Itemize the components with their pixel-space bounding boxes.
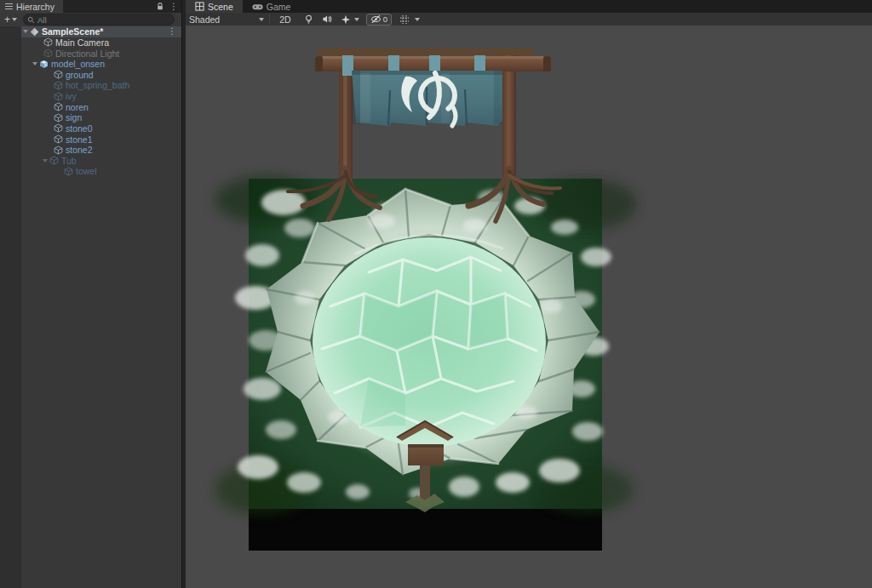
draw-mode-caret-icon[interactable] xyxy=(259,18,264,21)
scene-visibility-button[interactable]: 0 xyxy=(366,14,392,26)
prefab-cube-icon xyxy=(54,92,63,101)
scene-toolbar: Shaded 2D 0 xyxy=(186,13,872,26)
scene-asset-icon xyxy=(30,27,39,37)
add-gameobject-button[interactable]: + xyxy=(4,15,10,24)
prefab-cube-icon xyxy=(54,146,63,155)
prefab-cube-icon xyxy=(64,167,73,176)
effects-icon[interactable] xyxy=(341,14,351,25)
tab-scene-label: Scene xyxy=(208,2,233,12)
audio-icon[interactable] xyxy=(322,14,332,24)
expand-caret-icon[interactable] xyxy=(32,62,37,66)
prefab-cube-icon xyxy=(54,81,63,90)
scene-grid-icon xyxy=(195,2,204,11)
prefab-cube-icon xyxy=(54,102,63,111)
hierarchy-toolbar: + All xyxy=(0,13,181,26)
draw-mode-dropdown[interactable]: Shaded xyxy=(189,14,220,25)
gameobject-cube-icon xyxy=(43,37,53,47)
grid-caret-icon[interactable] xyxy=(415,18,420,21)
effects-caret-icon[interactable] xyxy=(354,18,359,21)
tree-row-main-camera[interactable]: Main Camera xyxy=(21,37,181,49)
hierarchy-gutter xyxy=(0,26,21,588)
hierarchy-search-input[interactable]: All xyxy=(23,14,175,26)
hierarchy-search-value: All xyxy=(37,15,47,25)
lock-icon[interactable] xyxy=(156,2,164,11)
tab-game-label: Game xyxy=(267,2,291,12)
scene-pane: Scene Game Shaded 2D xyxy=(186,0,872,588)
prefab-cube-icon xyxy=(54,113,63,123)
prefab-cube-icon xyxy=(54,70,63,79)
tree-row-noren[interactable]: noren xyxy=(21,101,181,112)
hierarchy-panel: Hierarchy ⋮ + All SampleScene* ⋮ xyxy=(0,0,181,588)
tree-row-model-onsen[interactable]: model_onsen xyxy=(21,59,181,70)
eye-slash-icon xyxy=(370,14,382,24)
scene-tab-bar: Scene Game xyxy=(186,0,872,13)
add-dropdown-caret-icon[interactable] xyxy=(12,18,17,21)
tree-row-stone1[interactable]: stone1 xyxy=(21,134,181,145)
tree-row-ground[interactable]: ground xyxy=(21,70,181,81)
hidden-count: 0 xyxy=(383,14,387,24)
tree-row-sign[interactable]: sign xyxy=(21,112,181,123)
tree-row-ivy[interactable]: ivy xyxy=(21,91,181,102)
search-icon xyxy=(27,16,35,24)
prefab-model-icon xyxy=(39,60,49,69)
hierarchy-tab[interactable]: Hierarchy xyxy=(0,0,63,13)
scene-viewport[interactable] xyxy=(186,26,872,588)
hierarchy-tab-label: Hierarchy xyxy=(16,2,54,12)
tree-row-stone0[interactable]: stone0 xyxy=(21,123,181,134)
toggle-2d-button[interactable]: 2D xyxy=(275,14,295,25)
tree-row-directional-light[interactable]: Directional Light xyxy=(21,48,181,59)
expand-caret-icon[interactable] xyxy=(43,159,48,163)
expand-caret-icon[interactable] xyxy=(23,30,28,33)
tree-row-tub[interactable]: Tub xyxy=(21,156,181,167)
gameobject-cube-icon xyxy=(43,49,53,58)
tree-row-hot-spring-bath[interactable]: hot_spring_bath xyxy=(21,80,181,91)
prefab-cube-icon xyxy=(49,156,59,165)
prefab-cube-icon xyxy=(54,123,63,133)
prefab-cube-icon xyxy=(54,134,63,144)
row-kebab-menu-icon[interactable]: ⋮ xyxy=(168,27,176,36)
tab-scene[interactable]: Scene xyxy=(186,0,243,13)
grid-settings-icon[interactable] xyxy=(399,14,410,25)
tree-row-stone2[interactable]: stone2 xyxy=(21,145,181,156)
hierarchy-tab-bar: Hierarchy ⋮ xyxy=(0,0,181,13)
tree-row-towel[interactable]: towel xyxy=(21,166,181,177)
panel-menu-icon xyxy=(5,3,13,11)
scene-render xyxy=(186,26,872,588)
lighting-bulb-icon[interactable] xyxy=(304,14,313,25)
gamepad-icon xyxy=(252,3,263,11)
tree-row-samplescene[interactable]: SampleScene* ⋮ xyxy=(21,26,181,37)
tab-game[interactable]: Game xyxy=(243,0,301,13)
hierarchy-tree: SampleScene* ⋮ Main Camera Directional L… xyxy=(21,26,181,177)
hierarchy-kebab-menu-icon[interactable]: ⋮ xyxy=(169,3,178,11)
